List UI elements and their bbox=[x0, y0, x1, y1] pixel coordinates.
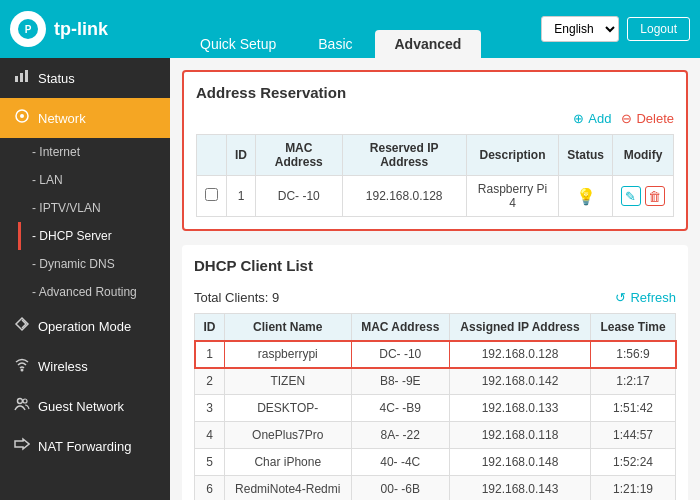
svg-point-7 bbox=[21, 369, 24, 372]
sidebar-sub-dhcp[interactable]: - DHCP Server bbox=[18, 222, 170, 250]
dhcp-cell-3: 192.168.0.133 bbox=[450, 395, 591, 422]
sidebar-sub-ddns[interactable]: - Dynamic DNS bbox=[0, 250, 170, 278]
guest-network-icon bbox=[14, 396, 30, 416]
dhcp-cell-4: 1:2:17 bbox=[591, 368, 676, 395]
sidebar-item-operation-mode[interactable]: Operation Mode bbox=[0, 306, 170, 346]
sidebar-item-label-nat-forwarding: NAT Forwarding bbox=[38, 439, 131, 454]
dhcp-cell-3: 192.168.0.148 bbox=[450, 449, 591, 476]
nav-tabs: Quick Setup Basic Advanced bbox=[180, 0, 541, 58]
dhcp-cell-2: 00- -6B bbox=[351, 476, 449, 501]
dhcp-cell-3: 192.168.0.118 bbox=[450, 422, 591, 449]
refresh-label: Refresh bbox=[630, 290, 676, 305]
dhcp-table-row: 6RedmiNote4-Redmi00- -6B192.168.0.1431:2… bbox=[195, 476, 676, 501]
sidebar-item-wireless[interactable]: Wireless bbox=[0, 346, 170, 386]
col-id: ID bbox=[227, 135, 256, 176]
dhcp-cell-4: 1:51:42 bbox=[591, 395, 676, 422]
dhcp-cell-2: 4C- -B9 bbox=[351, 395, 449, 422]
row-mac: DC- -10 bbox=[256, 176, 343, 217]
nat-forwarding-icon bbox=[14, 436, 30, 456]
row-id: 1 bbox=[227, 176, 256, 217]
tab-advanced[interactable]: Advanced bbox=[375, 30, 482, 58]
tab-quick-setup[interactable]: Quick Setup bbox=[180, 30, 296, 58]
add-icon: ⊕ bbox=[573, 111, 584, 126]
trash-icon[interactable]: 🗑 bbox=[645, 186, 665, 206]
row-description: Raspberry Pi 4 bbox=[466, 176, 559, 217]
header: P tp-link Quick Setup Basic Advanced Eng… bbox=[0, 0, 700, 58]
svg-point-9 bbox=[23, 399, 27, 403]
svg-rect-4 bbox=[25, 70, 28, 82]
row-checkbox[interactable] bbox=[205, 188, 218, 201]
dhcp-cell-1: Char iPhone bbox=[224, 449, 351, 476]
sidebar-item-label-network: Network bbox=[38, 111, 86, 126]
svg-rect-2 bbox=[15, 76, 18, 82]
logo-text: tp-link bbox=[54, 19, 108, 40]
dhcp-cell-0: 4 bbox=[195, 422, 225, 449]
sidebar: Status Network - Internet - LAN - IPTV/V… bbox=[0, 58, 170, 500]
svg-rect-3 bbox=[20, 73, 23, 82]
dhcp-cell-4: 1:52:24 bbox=[591, 449, 676, 476]
edit-icon[interactable]: ✎ bbox=[621, 186, 641, 206]
dhcp-cell-0: 5 bbox=[195, 449, 225, 476]
sidebar-item-status[interactable]: Status bbox=[0, 58, 170, 98]
sidebar-item-label-wireless: Wireless bbox=[38, 359, 88, 374]
sidebar-sub-iptv[interactable]: - IPTV/VLAN bbox=[0, 194, 170, 222]
col-checkbox bbox=[197, 135, 227, 176]
bulb-icon[interactable]: 💡 bbox=[576, 188, 596, 205]
svg-point-8 bbox=[18, 399, 23, 404]
language-select[interactable]: English bbox=[541, 16, 619, 42]
tab-basic[interactable]: Basic bbox=[298, 30, 372, 58]
dhcp-cell-2: 40- -4C bbox=[351, 449, 449, 476]
dhcp-table-row: 4OnePlus7Pro8A- -22192.168.0.1181:44:57 bbox=[195, 422, 676, 449]
total-clients: Total Clients: 9 bbox=[194, 290, 279, 305]
delete-label: Delete bbox=[636, 111, 674, 126]
sidebar-sub-lan[interactable]: - LAN bbox=[0, 166, 170, 194]
sidebar-item-network[interactable]: Network bbox=[0, 98, 170, 138]
sidebar-sub-internet[interactable]: - Internet bbox=[0, 138, 170, 166]
delete-circle-icon: ⊖ bbox=[621, 111, 632, 126]
dhcp-cell-1: RedmiNote4-Redmi bbox=[224, 476, 351, 501]
svg-text:P: P bbox=[25, 24, 32, 35]
dhcp-col-mac: MAC Address bbox=[351, 314, 449, 341]
address-reservation-section: Address Reservation ⊕ Add ⊖ Delete ID MA… bbox=[182, 70, 688, 231]
row-checkbox-cell[interactable] bbox=[197, 176, 227, 217]
sidebar-item-nat-forwarding[interactable]: NAT Forwarding bbox=[0, 426, 170, 466]
dhcp-table-row: 1raspberrypiDC- -10192.168.0.1281:56:9 bbox=[195, 341, 676, 368]
sidebar-item-guest-network[interactable]: Guest Network bbox=[0, 386, 170, 426]
dhcp-cell-0: 1 bbox=[195, 341, 225, 368]
dhcp-cell-0: 6 bbox=[195, 476, 225, 501]
add-button[interactable]: ⊕ Add bbox=[573, 111, 611, 126]
dhcp-cell-4: 1:21:19 bbox=[591, 476, 676, 501]
dhcp-cell-2: B8- -9E bbox=[351, 368, 449, 395]
logout-button[interactable]: Logout bbox=[627, 17, 690, 41]
sidebar-item-label-guest-network: Guest Network bbox=[38, 399, 124, 414]
dhcp-cell-3: 192.168.0.143 bbox=[450, 476, 591, 501]
dhcp-col-id: ID bbox=[195, 314, 225, 341]
add-label: Add bbox=[588, 111, 611, 126]
sidebar-sub-dhcp-label: - DHCP Server bbox=[32, 229, 112, 243]
status-icon bbox=[14, 68, 30, 88]
dhcp-client-list-section: DHCP Client List Total Clients: 9 ↺ Refr… bbox=[182, 245, 688, 500]
dhcp-cell-1: raspberrypi bbox=[224, 341, 351, 368]
dhcp-cell-1: TIZEN bbox=[224, 368, 351, 395]
address-reservation-title: Address Reservation bbox=[196, 84, 674, 101]
layout: Status Network - Internet - LAN - IPTV/V… bbox=[0, 58, 700, 500]
sidebar-sub-advanced-routing[interactable]: - Advanced Routing bbox=[0, 278, 170, 306]
dhcp-cell-0: 3 bbox=[195, 395, 225, 422]
refresh-icon: ↺ bbox=[615, 290, 626, 305]
dhcp-cell-4: 1:56:9 bbox=[591, 341, 676, 368]
logo-area: P tp-link bbox=[10, 11, 180, 47]
dhcp-cell-0: 2 bbox=[195, 368, 225, 395]
col-mac: MAC Address bbox=[256, 135, 343, 176]
delete-button[interactable]: ⊖ Delete bbox=[621, 111, 674, 126]
svg-point-6 bbox=[20, 114, 24, 118]
modify-icons: ✎ 🗑 bbox=[621, 186, 665, 206]
col-ip: Reserved IP Address bbox=[342, 135, 466, 176]
dhcp-cell-4: 1:44:57 bbox=[591, 422, 676, 449]
wireless-icon bbox=[14, 356, 30, 376]
refresh-button[interactable]: ↺ Refresh bbox=[615, 290, 676, 305]
dhcp-cell-2: DC- -10 bbox=[351, 341, 449, 368]
dhcp-col-name: Client Name bbox=[224, 314, 351, 341]
dhcp-col-lease: Lease Time bbox=[591, 314, 676, 341]
row-status: 💡 bbox=[559, 176, 613, 217]
dhcp-cell-2: 8A- -22 bbox=[351, 422, 449, 449]
